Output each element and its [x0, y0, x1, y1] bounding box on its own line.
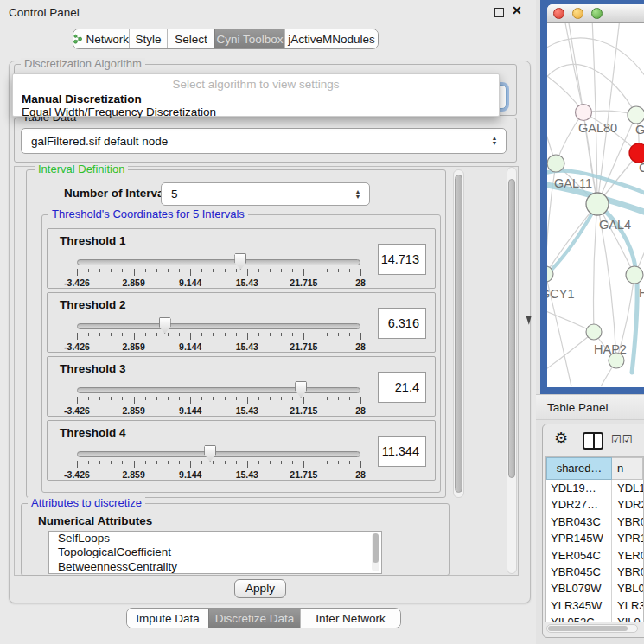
minor-tick [338, 269, 339, 272]
cell-name[interactable]: YPR1 [612, 530, 643, 546]
gear-icon[interactable]: ⚙ [554, 429, 568, 448]
tab-network[interactable]: Network [73, 29, 129, 48]
attributes-list-scrollbar[interactable] [372, 533, 379, 571]
minimize-traffic-light[interactable] [572, 8, 583, 19]
zoom-traffic-light[interactable] [591, 8, 603, 19]
column-header-shared-name[interactable]: shared… [546, 457, 612, 480]
attributes-group-title: Attributes to discretize [28, 497, 145, 508]
node-gal4[interactable] [586, 193, 609, 215]
threshold-value-field[interactable]: 11.344 [378, 436, 426, 467]
slider-track[interactable] [77, 323, 360, 329]
table-horizontal-scrollbar-thumb[interactable] [548, 626, 628, 631]
minor-tick [225, 333, 226, 336]
slider-track[interactable] [77, 387, 360, 393]
cell-shared-name[interactable]: YBL079W [546, 580, 612, 596]
cell-name[interactable]: YBL0 [612, 580, 643, 596]
table-horizontal-scrollbar[interactable] [546, 624, 638, 633]
inner-vertical-scrollbar[interactable] [453, 169, 464, 498]
cell-name[interactable]: YDR2 [612, 496, 643, 513]
slider-handle[interactable] [234, 253, 246, 270]
label-ga-partial: GA [635, 123, 644, 137]
cell-shared-name[interactable]: YPR145W [546, 530, 612, 546]
minor-tick [281, 269, 282, 272]
table-row[interactable]: YPR145WYPR1 [546, 530, 643, 546]
cell-name[interactable]: YDL1 [612, 480, 643, 496]
table-row[interactable]: YDR27…YDR2 [546, 496, 643, 513]
close-icon[interactable]: ✕ [512, 3, 522, 17]
outer-vertical-scrollbar[interactable] [507, 167, 517, 574]
close-traffic-light[interactable] [553, 8, 564, 19]
minor-tick [111, 269, 112, 272]
threshold-value-field[interactable]: 6.316 [378, 308, 426, 339]
tab-cyni-toolbox[interactable]: Cyni Toolbox [214, 29, 284, 48]
node-pink[interactable] [576, 105, 592, 121]
tab-select[interactable]: Select [167, 29, 214, 48]
cell-shared-name[interactable]: YIL052C [546, 614, 612, 622]
control-panel-tabbar: Network Style Select Cyni Toolbox jActiv… [73, 29, 379, 49]
attributes-list-scrollbar-thumb[interactable] [373, 533, 379, 563]
cell-name[interactable]: YIL0 [612, 614, 643, 622]
table-row[interactable]: YBR043CYBR0 [546, 513, 643, 530]
slider-track[interactable] [77, 259, 360, 265]
table-row[interactable]: YIL052CYIL0 [546, 614, 643, 622]
cell-name[interactable]: YBR0 [612, 513, 643, 530]
cell-shared-name[interactable]: YDL19… [546, 480, 612, 496]
table-data-combobox[interactable]: galFiltered.sif default node ▲▼ [21, 128, 507, 154]
slider-handle[interactable] [295, 381, 307, 398]
network-canvas[interactable]: GAL80 GA C GAL11 GAL4 GCY1 H HAP2 [547, 23, 644, 387]
major-tick [303, 461, 304, 468]
tab-jactivemnodules[interactable]: jActiveMNodules [284, 29, 378, 48]
network-window: GAL80 GA C GAL11 GAL4 GCY1 H HAP2 [547, 4, 644, 387]
cell-shared-name[interactable]: YBR043C [546, 513, 612, 530]
table-row[interactable]: YLR345WYLR3 [546, 597, 643, 614]
attribute-list-item[interactable]: TopologicalCoefficient [49, 545, 381, 559]
threshold-value-field[interactable]: 21.4 [378, 372, 426, 403]
table-row[interactable]: YER054CYER0 [546, 547, 643, 564]
tab-discretize-data[interactable]: Discretize Data [208, 609, 300, 628]
node-gal11[interactable] [547, 155, 564, 172]
tab-impute-data[interactable]: Impute Data [127, 609, 208, 628]
slider-track[interactable] [77, 451, 360, 457]
node-h[interactable] [626, 266, 643, 284]
node-hap2[interactable] [586, 324, 602, 340]
slider-handle[interactable] [159, 317, 171, 334]
table-row[interactable]: YDL19…YDL1 [546, 480, 643, 496]
cell-shared-name[interactable]: YER054C [546, 547, 612, 564]
node-green-topright[interactable] [628, 106, 644, 124]
minor-tick [122, 269, 123, 272]
inner-scrollbar-thumb[interactable] [455, 175, 462, 493]
tab-style[interactable]: Style [129, 29, 167, 48]
attribute-list-item[interactable]: BetweennessCentrality [49, 560, 381, 574]
column-header-name[interactable]: n [612, 457, 643, 480]
number-of-intervals-combobox[interactable]: 5 ▲▼ [161, 182, 370, 206]
select-columns-checkboxes-icon[interactable]: ☑☑ [611, 433, 633, 446]
node-table[interactable]: shared… n YDL19…YDL1YDR27…YDR2YBR043CYBR… [545, 456, 644, 622]
cell-name[interactable]: YLR3 [612, 597, 643, 614]
attribute-list-item[interactable]: SelfLoops [49, 532, 381, 545]
cell-shared-name[interactable]: YLR345W [546, 597, 612, 614]
outer-scrollbar-thumb[interactable] [508, 179, 515, 478]
threshold-value-field[interactable]: 14.713 [378, 244, 426, 275]
numerical-attributes-list[interactable]: SelfLoopsTopologicalCoefficientBetweenne… [48, 531, 382, 574]
minor-tick [327, 461, 328, 464]
node-red-selected[interactable] [629, 143, 644, 163]
cell-name[interactable]: YBR0 [612, 564, 643, 580]
slider-handle[interactable] [204, 445, 216, 462]
apply-button[interactable]: Apply [234, 579, 286, 598]
application-window: Control Panel ✕ Network Style Select Cyn… [0, 0, 644, 644]
cell-name[interactable]: YER0 [612, 547, 643, 564]
threshold-label: Threshold 3 [60, 362, 126, 375]
columns-icon[interactable] [583, 432, 603, 450]
cell-shared-name[interactable]: YBR045C [546, 564, 612, 580]
minor-tick [281, 461, 282, 464]
dropdown-option-equal-width-frequency[interactable]: Equal Width/Frequency Discretization [22, 105, 216, 118]
cell-shared-name[interactable]: YDR27… [546, 496, 612, 513]
float-window-icon[interactable] [494, 8, 504, 17]
threshold-label: Threshold 1 [60, 234, 126, 247]
network-window-titlebar[interactable] [547, 4, 644, 23]
dropdown-option-manual-discretization[interactable]: Manual Discretization [22, 92, 142, 105]
table-row[interactable]: YBR045CYBR0 [546, 564, 643, 580]
table-row[interactable]: YBL079WYBL0 [546, 580, 643, 596]
minor-tick [122, 333, 123, 336]
tab-infer-network[interactable]: Infer Network [300, 609, 400, 628]
